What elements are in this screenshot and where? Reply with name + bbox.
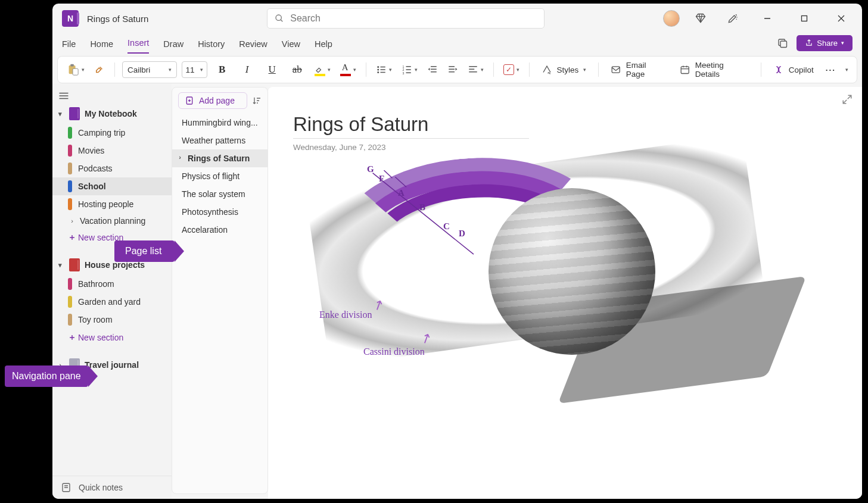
notebook: ▾ My Notebook Camping trip Movies Podcas… (52, 104, 172, 246)
numbering-button[interactable]: 123 ▾ (399, 61, 420, 79)
minimize-button[interactable] (754, 7, 781, 30)
page-item[interactable]: Accelaration (172, 221, 267, 239)
add-page-icon (185, 96, 194, 105)
section-item[interactable]: Camping trip (52, 124, 172, 142)
page-date: Wednesday, June 7, 2023 (293, 143, 386, 152)
email-page-button[interactable]: Email Page (606, 61, 670, 79)
svg-rect-26 (449, 66, 455, 67)
notebook: ▾ House projects Bathroom Garden and yar… (52, 255, 172, 346)
section-item[interactable]: Movies (52, 142, 172, 160)
svg-line-41 (373, 173, 474, 254)
ribbon-expand-button[interactable]: ▾ (843, 61, 851, 79)
svg-rect-27 (449, 69, 455, 70)
checkbox-icon: ✓ (503, 64, 514, 75)
page-item[interactable]: Hummingbird wing... (172, 114, 267, 132)
label-lines (357, 170, 494, 265)
section-item[interactable]: Garden and yard (52, 293, 172, 311)
svg-point-0 (276, 15, 281, 20)
search-box[interactable]: Search (267, 8, 545, 29)
svg-rect-33 (682, 67, 689, 74)
menu-history[interactable]: History (198, 39, 225, 54)
hamburger-icon[interactable] (52, 87, 172, 104)
svg-point-15 (377, 71, 379, 73)
menu-home[interactable]: Home (90, 39, 113, 54)
format-painter-button[interactable] (92, 61, 107, 79)
maximize-button[interactable] (791, 7, 818, 30)
section-item-selected[interactable]: School (52, 177, 172, 195)
paste-button[interactable]: ▾ (64, 61, 87, 79)
calendar-icon (680, 64, 690, 75)
avatar[interactable] (663, 10, 680, 27)
menu-draw[interactable]: Draw (163, 39, 183, 54)
align-button[interactable]: ▾ (465, 61, 486, 79)
open-in-window-icon[interactable] (774, 35, 791, 51)
body: ▾ My Notebook Camping trip Movies Podcas… (52, 83, 862, 499)
ring-label: D (459, 229, 465, 239)
strikethrough-button[interactable]: ab (287, 61, 307, 79)
bullets-button[interactable]: ▾ (374, 61, 394, 79)
search-icon (275, 14, 284, 23)
bold-button[interactable]: B (212, 61, 232, 79)
quick-notes-button[interactable]: Quick notes (52, 476, 172, 499)
page-item[interactable]: Photosynthesis (172, 203, 267, 221)
plus-icon: ＋ (68, 332, 72, 343)
svg-rect-28 (449, 71, 455, 73)
svg-rect-31 (469, 71, 477, 73)
svg-rect-32 (612, 67, 620, 73)
new-section-button[interactable]: ＋New section (52, 329, 172, 346)
section-item[interactable]: Bathroom (52, 275, 172, 293)
page-title[interactable]: Rings of Saturn (293, 113, 428, 136)
outdent-button[interactable] (425, 61, 440, 79)
notebook-icon (69, 258, 80, 271)
sparkle-pen-icon[interactable] (721, 7, 744, 30)
more-button[interactable]: ··· (823, 61, 838, 79)
note-canvas[interactable]: Rings of Saturn Wednesday, June 7, 2023 … (268, 87, 862, 499)
todo-tag-button[interactable]: ✓ ▾ (501, 61, 522, 79)
svg-rect-7 (780, 41, 787, 48)
notebook-header[interactable]: ▾ My Notebook (52, 104, 172, 124)
meeting-details-button[interactable]: Meeting Details (675, 61, 753, 79)
note-icon (61, 482, 71, 493)
menu-file[interactable]: File (62, 39, 76, 54)
copilot-button[interactable]: Copilot (769, 61, 819, 79)
close-button[interactable] (827, 7, 855, 30)
premium-diamond-icon[interactable] (689, 7, 712, 30)
font-name-select[interactable]: Cailbri▾ (122, 61, 177, 78)
indent-button[interactable] (445, 61, 461, 79)
highlight-button[interactable]: ▾ (312, 61, 333, 79)
page-item-selected[interactable]: ›Rings of Saturn (172, 149, 267, 167)
chevron-right-icon: › (176, 154, 184, 163)
menu-insert[interactable]: Insert (127, 38, 149, 54)
menu-help[interactable]: Help (315, 39, 332, 54)
annotation: Enke division (319, 310, 372, 320)
add-page-button[interactable]: Add page (178, 92, 247, 109)
styles-icon (542, 64, 552, 75)
ring-label: G (367, 164, 374, 174)
svg-rect-16 (380, 72, 385, 73)
styles-button[interactable]: Styles ▾ (537, 61, 592, 79)
svg-point-13 (377, 69, 379, 71)
section-item[interactable]: Podcasts (52, 160, 172, 177)
italic-button[interactable]: I (237, 61, 257, 79)
svg-rect-10 (73, 68, 78, 75)
window-title: Rings of Saturn (87, 14, 148, 24)
page-item[interactable]: The solar system (172, 185, 267, 203)
menu-view[interactable]: View (282, 39, 300, 54)
font-color-button[interactable]: A ▾ (338, 61, 359, 79)
underline-button[interactable]: U (262, 61, 282, 79)
page-item[interactable]: Physics of flight (172, 167, 267, 185)
svg-rect-20 (406, 69, 410, 70)
menu-review[interactable]: Review (239, 39, 267, 54)
section-group[interactable]: ›Vacation planning (52, 213, 172, 229)
expand-icon[interactable] (842, 94, 853, 105)
copilot-icon (773, 64, 784, 75)
chevron-down-icon: ▾ (56, 110, 64, 118)
svg-rect-23 (431, 66, 437, 67)
share-button[interactable]: Share ▾ (797, 35, 853, 51)
section-item[interactable]: Toy room (52, 311, 172, 329)
sort-button[interactable] (252, 96, 262, 105)
section-item[interactable]: Hosting people (52, 195, 172, 213)
page-item[interactable]: Weather patterns (172, 132, 267, 149)
font-size-select[interactable]: 11▾ (182, 61, 207, 78)
planet-sphere (489, 188, 655, 355)
